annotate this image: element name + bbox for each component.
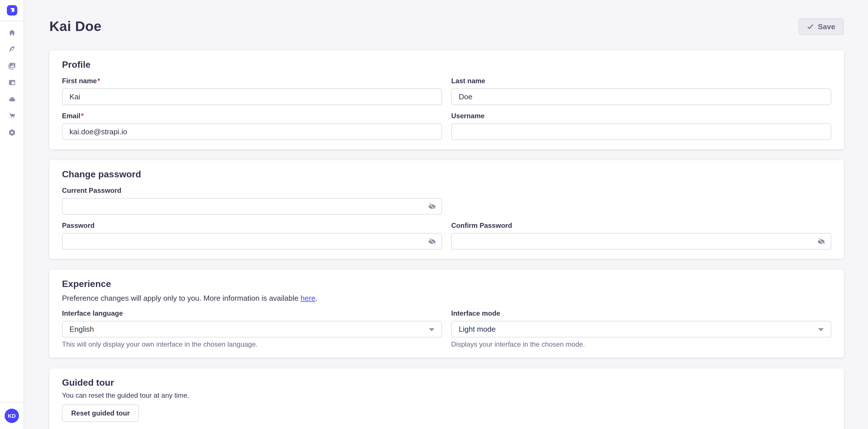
sidebar: KD: [0, 0, 24, 429]
current-password-field: Current Password: [62, 187, 442, 214]
page-title: Kai Doe: [50, 19, 102, 34]
interface-mode-field: Interface mode Light mode Displays your …: [451, 309, 831, 349]
toggle-password-visibility-button[interactable]: [817, 237, 826, 245]
feather-icon: [8, 45, 16, 54]
strapi-logo[interactable]: [7, 5, 17, 15]
save-button-label: Save: [818, 22, 835, 31]
sidebar-item-deploy[interactable]: [8, 95, 16, 103]
chevron-down-icon: [429, 328, 435, 331]
sidebar-item-content-type-builder[interactable]: [8, 78, 16, 87]
sidebar-item-media-library[interactable]: [8, 62, 16, 70]
check-icon: [807, 23, 813, 30]
email-input[interactable]: [62, 123, 442, 140]
media-library-icon: [8, 62, 16, 70]
interface-mode-label: Interface mode: [451, 309, 831, 318]
last-name-input[interactable]: [451, 88, 831, 105]
first-name-label: First name: [62, 77, 97, 85]
last-name-field: Last name: [451, 77, 831, 105]
required-mark: *: [81, 112, 84, 120]
user-avatar[interactable]: KD: [5, 408, 19, 423]
guided-tour-description: You can reset the guided tour at any tim…: [62, 391, 831, 399]
cloud-icon: [8, 95, 16, 103]
save-button[interactable]: Save: [798, 18, 844, 35]
interface-language-value: English: [69, 325, 94, 333]
experience-card: Experience Preference changes will apply…: [50, 270, 844, 358]
profile-card: Profile First name* Last name Email* Use…: [50, 51, 844, 149]
interface-mode-select[interactable]: Light mode: [451, 321, 831, 337]
change-password-card: Change password Current Password: [50, 160, 844, 259]
eye-slash-icon: [428, 202, 436, 210]
password-field: Password: [62, 222, 442, 250]
username-input[interactable]: [451, 123, 831, 140]
sidebar-item-settings[interactable]: [8, 129, 16, 137]
toggle-password-visibility-button[interactable]: [428, 202, 436, 210]
interface-language-field: Interface language English This will onl…: [62, 309, 442, 349]
eye-slash-icon: [817, 237, 826, 245]
confirm-password-field: Confirm Password: [451, 222, 831, 250]
sidebar-item-marketplace[interactable]: [8, 112, 16, 120]
interface-language-label: Interface language: [62, 309, 442, 318]
first-name-input[interactable]: [62, 88, 442, 105]
change-password-heading: Change password: [62, 169, 831, 179]
current-password-input[interactable]: [62, 198, 442, 214]
marketplace-cart-icon: [8, 112, 16, 120]
current-password-label: Current Password: [62, 187, 442, 195]
interface-language-hint: This will only display your own interfac…: [62, 340, 442, 349]
sidebar-footer: KD: [0, 402, 24, 429]
eye-slash-icon: [428, 237, 436, 245]
home-icon: [8, 29, 16, 37]
chevron-down-icon: [818, 328, 824, 331]
username-field: Username: [451, 112, 831, 140]
guided-tour-heading: Guided tour: [62, 377, 831, 388]
content-type-builder-icon: [8, 78, 16, 87]
confirm-password-input[interactable]: [451, 233, 831, 250]
required-mark: *: [97, 77, 100, 85]
experience-description: Preference changes will apply only to yo…: [62, 294, 831, 302]
first-name-field: First name*: [62, 77, 442, 105]
strapi-logo-icon: [8, 7, 15, 14]
password-label: Password: [62, 222, 442, 230]
app-root: KD Kai Doe Save Profile First name*: [0, 0, 868, 429]
interface-language-select[interactable]: English: [62, 321, 442, 337]
interface-mode-hint: Displays your interface in the chosen mo…: [451, 340, 831, 349]
settings-gear-icon: [8, 129, 16, 137]
profile-heading: Profile: [62, 60, 831, 70]
interface-mode-value: Light mode: [459, 325, 496, 333]
sidebar-item-content-manager[interactable]: [8, 45, 16, 54]
last-name-label: Last name: [451, 77, 831, 86]
experience-heading: Experience: [62, 279, 831, 289]
guided-tour-card: Guided tour You can reset the guided tou…: [50, 368, 844, 429]
more-information-link[interactable]: here: [301, 294, 315, 302]
logo-container: [0, 0, 24, 21]
sidebar-nav: [8, 29, 16, 137]
sidebar-item-home[interactable]: [8, 29, 16, 37]
confirm-password-label: Confirm Password: [451, 222, 831, 230]
email-label: Email: [62, 112, 81, 120]
reset-guided-tour-button[interactable]: Reset guided tour: [62, 405, 139, 422]
password-input[interactable]: [62, 233, 442, 250]
main-content: Kai Doe Save Profile First name* Last na…: [24, 0, 868, 429]
toggle-password-visibility-button[interactable]: [428, 237, 436, 245]
page-header: Kai Doe Save: [50, 0, 844, 36]
email-field: Email*: [62, 112, 442, 140]
username-label: Username: [451, 112, 831, 121]
